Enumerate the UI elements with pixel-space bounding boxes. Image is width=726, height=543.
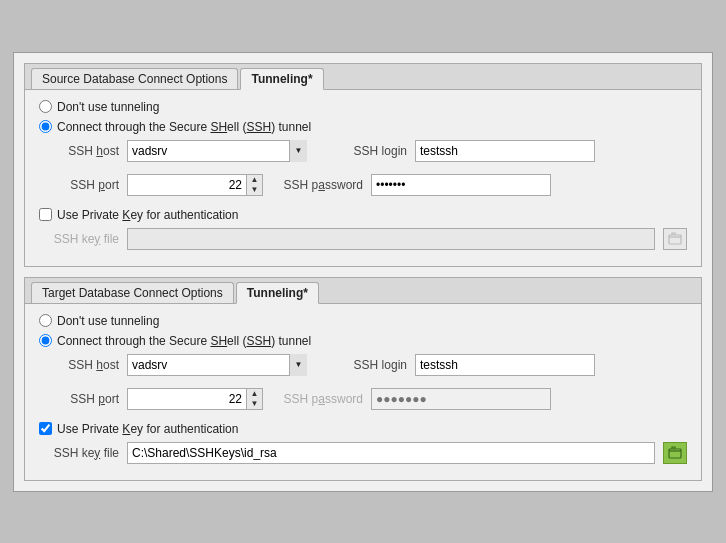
target-login-row: SSH login [327, 354, 595, 376]
target-radio-no-tunnel[interactable] [39, 314, 52, 327]
source-use-private-key-label[interactable]: Use Private Key for authentication [57, 208, 238, 222]
target-port-spinners[interactable]: ▲ ▼ [247, 388, 263, 410]
source-radio-use-tunnel-row: Connect through the Secure SHell (SSH) t… [39, 120, 687, 134]
source-ssh-login-input[interactable] [415, 140, 595, 162]
source-password-row: SSH password [283, 174, 551, 196]
target-ssh-keyfile-input[interactable] [127, 442, 655, 464]
target-browse-icon [668, 446, 682, 460]
source-radio-use-tunnel[interactable] [39, 120, 52, 133]
source-port-spinners[interactable]: ▲ ▼ [247, 174, 263, 196]
source-browse-button [663, 228, 687, 250]
target-ssh-password-label: SSH password [283, 392, 363, 406]
svg-rect-0 [669, 235, 681, 244]
target-password-row: SSH password [283, 388, 551, 410]
source-use-private-key-checkbox[interactable] [39, 208, 52, 221]
source-ssh-host-wrapper: ▼ [127, 140, 307, 162]
source-ssh-host-label: SSH host [39, 144, 119, 158]
source-host-row: SSH host ▼ [39, 140, 307, 162]
target-ssh-password-input [371, 388, 551, 410]
source-login-row: SSH login [327, 140, 595, 162]
source-port-row: SSH port ▲ ▼ [39, 174, 263, 196]
source-ssh-port-label: SSH port [39, 178, 119, 192]
target-ssh-keyfile-label: SSH key file [39, 446, 119, 460]
source-browse-icon [668, 232, 682, 246]
source-ssh-password-label: SSH password [283, 178, 363, 192]
target-ssh-port-input[interactable] [127, 388, 247, 410]
target-radio-no-tunnel-label[interactable]: Don't use tunneling [57, 314, 159, 328]
source-tab-tunnel[interactable]: Tunneling* [240, 68, 323, 90]
target-port-row: SSH port ▲ ▼ [39, 388, 263, 410]
target-section-content: Don't use tunneling Connect through the … [25, 304, 701, 480]
target-radio-no-tunnel-row: Don't use tunneling [39, 314, 687, 328]
source-section-content: Don't use tunneling Connect through the … [25, 90, 701, 266]
target-ssh-host-wrapper: ▼ [127, 354, 307, 376]
target-tab-bar: Target Database Connect Options Tunnelin… [25, 278, 701, 304]
source-port-spin-up[interactable]: ▲ [247, 175, 262, 185]
target-privkey-row: Use Private Key for authentication [39, 422, 687, 436]
svg-rect-1 [669, 449, 681, 458]
source-radio-no-tunnel-row: Don't use tunneling [39, 100, 687, 114]
target-browse-button[interactable] [663, 442, 687, 464]
source-privkey-row: Use Private Key for authentication [39, 208, 687, 222]
target-radio-use-tunnel-label[interactable]: Connect through the Secure SHell (SSH) t… [57, 334, 311, 348]
source-ssh-keyfile-label: SSH key file [39, 232, 119, 246]
source-radio-use-tunnel-label[interactable]: Connect through the Secure SHell (SSH) t… [57, 120, 311, 134]
target-radio-use-tunnel[interactable] [39, 334, 52, 347]
target-host-row: SSH host ▼ [39, 354, 307, 376]
source-ssh-keyfile-input [127, 228, 655, 250]
target-ssh-login-input[interactable] [415, 354, 595, 376]
source-section: Source Database Connect Options Tunnelin… [24, 63, 702, 267]
source-tab-main[interactable]: Source Database Connect Options [31, 68, 238, 89]
source-ssh-port-input[interactable] [127, 174, 247, 196]
source-port-spin-down[interactable]: ▼ [247, 185, 262, 195]
source-port-wrapper: ▲ ▼ [127, 174, 263, 196]
target-port-spin-up[interactable]: ▲ [247, 389, 262, 399]
target-use-private-key-label[interactable]: Use Private Key for authentication [57, 422, 238, 436]
target-tab-tunnel[interactable]: Tunneling* [236, 282, 319, 304]
target-port-wrapper: ▲ ▼ [127, 388, 263, 410]
target-port-spin-down[interactable]: ▼ [247, 399, 262, 409]
source-keyfile-row: SSH key file [39, 228, 687, 250]
source-ssh-login-label: SSH login [327, 144, 407, 158]
source-radio-no-tunnel[interactable] [39, 100, 52, 113]
source-radio-no-tunnel-label[interactable]: Don't use tunneling [57, 100, 159, 114]
target-tab-main[interactable]: Target Database Connect Options [31, 282, 234, 303]
target-ssh-host-input[interactable] [127, 354, 307, 376]
target-radio-use-tunnel-row: Connect through the Secure SHell (SSH) t… [39, 334, 687, 348]
source-ssh-host-input[interactable] [127, 140, 307, 162]
target-ssh-host-label: SSH host [39, 358, 119, 372]
source-ssh-password-input[interactable] [371, 174, 551, 196]
target-ssh-login-label: SSH login [327, 358, 407, 372]
target-keyfile-row: SSH key file [39, 442, 687, 464]
target-ssh-port-label: SSH port [39, 392, 119, 406]
target-use-private-key-checkbox[interactable] [39, 422, 52, 435]
target-section: Target Database Connect Options Tunnelin… [24, 277, 702, 481]
source-tab-bar: Source Database Connect Options Tunnelin… [25, 64, 701, 90]
main-container: Source Database Connect Options Tunnelin… [13, 52, 713, 492]
